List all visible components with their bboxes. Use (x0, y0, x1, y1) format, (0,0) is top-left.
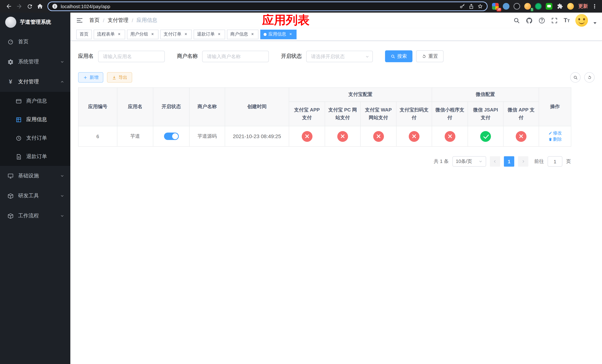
sidebar-item-dev-tools[interactable]: 研发工具 (0, 186, 70, 206)
refresh-table-button[interactable] (584, 72, 595, 83)
close-icon[interactable] (183, 32, 188, 37)
sidebar-item-pay-orders[interactable]: 支付订单 (0, 129, 70, 147)
tab-pay-orders[interactable]: 支付订单 (160, 30, 192, 39)
page-size-select[interactable]: 10条/页 (452, 156, 486, 167)
extension-icon[interactable] (503, 3, 509, 10)
table-toolbar: 新增 导出 (78, 72, 595, 83)
alipay-app-status-icon (301, 131, 312, 142)
close-icon[interactable] (288, 32, 293, 37)
sidebar-item-label: 研发工具 (18, 193, 39, 199)
col-group-alipay: 支付宝配置 (289, 87, 432, 102)
sidebar-item-refund-orders[interactable]: 退款订单 (0, 147, 70, 166)
sidebar-item-payment[interactable]: ¥ 支付管理 (0, 72, 70, 92)
avatar-caret-icon[interactable] (593, 22, 596, 24)
col-app-id: 应用编号 (78, 87, 117, 126)
search-icon[interactable] (513, 17, 520, 24)
edit-icon (548, 131, 552, 135)
extension-icon[interactable]: 10 (492, 3, 499, 10)
screen: localhost:1024/pay/app 10 1 更新 芋道管理系统 首页 (0, 0, 602, 364)
tab-process-form[interactable]: 流程表单 (94, 30, 125, 39)
status-label: 开启状态 (281, 53, 302, 60)
pagination-total: 共 1 条 (434, 158, 449, 165)
extension-icon[interactable] (546, 3, 552, 10)
address-bar[interactable]: localhost:1024/pay/app (47, 1, 488, 11)
app-name-input[interactable] (98, 51, 165, 62)
tags-view-bar: 首页 流程表单 用户分组 支付订单 退款订单 商户信息 应用信息 (70, 28, 602, 41)
cell-created: 2021-10-23 08:49:25 (225, 126, 289, 146)
merchant-name-input[interactable] (202, 51, 269, 62)
breadcrumb-payment[interactable]: 支付管理 (108, 17, 129, 24)
browser-forward-button[interactable] (14, 1, 24, 11)
close-icon[interactable] (216, 32, 222, 37)
share-icon[interactable] (468, 3, 474, 9)
sidebar-item-infrastructure[interactable]: 基础设施 (0, 166, 70, 186)
export-button[interactable]: 导出 (107, 72, 132, 83)
github-icon[interactable] (526, 17, 533, 24)
tab-home[interactable]: 首页 (76, 30, 92, 39)
tab-refund-orders[interactable]: 退款订单 (194, 30, 225, 39)
browser-menu-icon[interactable] (591, 3, 598, 10)
extension-icon[interactable]: 1 (524, 3, 531, 10)
browser-reload-button[interactable] (24, 1, 35, 11)
extension-icon[interactable] (514, 3, 520, 10)
trash-icon (548, 137, 552, 141)
fullscreen-icon[interactable] (551, 17, 558, 24)
tab-app-info[interactable]: 应用信息 (260, 30, 297, 39)
extension-badge: 1 (530, 8, 534, 11)
page-number-button[interactable]: 1 (504, 156, 514, 167)
close-icon[interactable] (117, 32, 122, 37)
browser-home-button[interactable] (35, 1, 45, 11)
close-icon[interactable] (150, 32, 155, 37)
browser-profile-avatar[interactable] (567, 3, 574, 10)
reset-button[interactable]: 重置 (416, 50, 443, 62)
user-avatar[interactable] (575, 14, 588, 27)
chrome-update-button[interactable]: 更新 (578, 3, 588, 10)
sidebar-collapse-icon[interactable] (76, 17, 83, 24)
app-name-label: 应用名 (78, 53, 94, 60)
chevron-left-icon (493, 159, 497, 164)
close-icon[interactable] (250, 32, 255, 37)
site-info-icon[interactable] (52, 3, 58, 9)
extension-icon[interactable] (535, 3, 542, 10)
app-title: 芋道管理系统 (20, 19, 51, 26)
bookmark-star-icon[interactable] (477, 3, 483, 9)
goto-page-input[interactable] (548, 156, 562, 167)
sidebar-item-system[interactable]: 系统管理 (0, 52, 70, 72)
col-alipay-wap: 支付宝 WAP 网站支付 (360, 102, 396, 126)
prev-page-button[interactable] (490, 156, 500, 167)
col-alipay-pc: 支付宝 PC 网站支付 (325, 102, 360, 126)
font-size-icon[interactable]: TT (564, 17, 570, 23)
chevron-down-icon (60, 194, 64, 198)
sidebar-item-label: 商户信息 (26, 98, 47, 104)
sidebar-item-merchant-info[interactable]: 商户信息 (0, 92, 70, 110)
sidebar-item-label: 支付订单 (26, 135, 47, 141)
password-key-icon[interactable] (460, 3, 465, 9)
edit-link[interactable]: 修改 (548, 130, 562, 136)
alipay-qr-status-icon (409, 131, 419, 142)
chevron-down-icon (60, 60, 64, 64)
chevron-up-icon (60, 80, 64, 84)
sidebar-item-home[interactable]: 首页 (0, 32, 70, 52)
status-toggle[interactable] (164, 133, 179, 140)
browser-back-button[interactable] (4, 1, 14, 11)
delete-link[interactable]: 删除 (548, 136, 562, 143)
filter-form: 应用名 商户名称 开启状态 搜索 (78, 50, 595, 62)
toggle-search-button[interactable] (570, 72, 580, 83)
sidebar-item-label: 首页 (18, 39, 29, 45)
add-button[interactable]: 新增 (78, 72, 103, 83)
search-button[interactable]: 搜索 (385, 50, 412, 62)
cell-actions: 修改 删除 (539, 126, 571, 146)
status-select[interactable] (306, 51, 373, 62)
sidebar-item-app-info[interactable]: 应用信息 (0, 110, 70, 129)
merchant-name-label: 商户名称 (177, 53, 198, 60)
breadcrumb-home[interactable]: 首页 (89, 17, 100, 24)
page-unit-label: 页 (566, 158, 571, 165)
app-logo (5, 17, 16, 28)
tab-merchant-info[interactable]: 商户信息 (227, 30, 258, 39)
sidebar-item-workflow[interactable]: 工作流程 (0, 206, 70, 226)
extensions-puzzle-icon[interactable] (557, 3, 563, 10)
tab-user-group[interactable]: 用户分组 (127, 30, 159, 39)
col-app-name: 应用名 (117, 87, 153, 126)
help-icon[interactable] (538, 17, 546, 24)
next-page-button[interactable] (518, 156, 528, 167)
